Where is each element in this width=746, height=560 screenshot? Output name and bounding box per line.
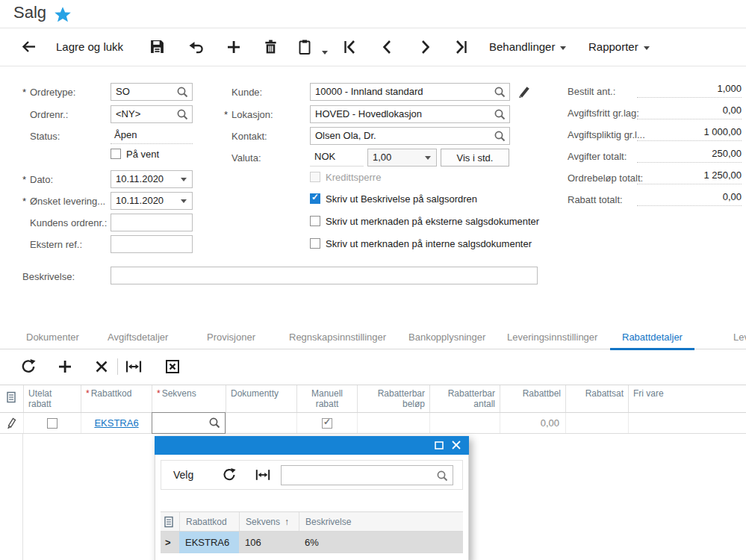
- search-icon[interactable]: [494, 86, 506, 99]
- rabattbelop-cell[interactable]: 0,00: [500, 413, 565, 433]
- chevron-down-icon[interactable]: [181, 178, 187, 181]
- paa-vent-checkbox[interactable]: På vent: [111, 149, 159, 162]
- popup-notes-column-icon[interactable]: [161, 512, 179, 531]
- ordretype-field[interactable]: SO: [111, 83, 193, 101]
- tab-provisjoner[interactable]: Provisjoner: [195, 327, 267, 349]
- tab-bankopplysninger[interactable]: Bankopplysninger: [397, 327, 497, 349]
- last-record-button[interactable]: [453, 39, 469, 55]
- rabattkod-link[interactable]: EKSTRA6: [94, 417, 138, 429]
- search-icon[interactable]: [176, 86, 189, 99]
- popup-col-beskrivelse[interactable]: Beskrivelse: [299, 512, 464, 531]
- search-icon[interactable]: [176, 108, 189, 121]
- tab-rabattdetaljer[interactable]: Rabattdetaljer: [610, 327, 694, 349]
- onsket-levering-field[interactable]: 10.11.2020: [111, 192, 193, 210]
- checkbox[interactable]: [310, 216, 320, 226]
- checkbox[interactable]: [322, 418, 332, 429]
- first-record-button[interactable]: [342, 39, 358, 55]
- col-rabattsats[interactable]: Rabattsat: [565, 385, 628, 412]
- col-rabatterbar-belop[interactable]: Rabatterbar beløp: [357, 385, 429, 412]
- sekvens-editor[interactable]: [152, 412, 226, 434]
- col-rabattkod[interactable]: Rabattkod: [81, 385, 152, 412]
- search-icon[interactable]: [494, 130, 506, 143]
- kundens-ordrenr-field[interactable]: [111, 214, 193, 231]
- utelat-rabatt-cell[interactable]: [23, 413, 81, 433]
- ordretype-label: Ordretype:: [30, 87, 75, 98]
- refresh-icon[interactable]: [20, 358, 37, 375]
- chevron-down-icon[interactable]: [425, 156, 431, 160]
- skriv-ut-interne-checkbox[interactable]: Skriv ut merknaden på interne salgsdokum…: [310, 238, 532, 252]
- grid-notes-column-icon[interactable]: [0, 385, 23, 412]
- checkbox[interactable]: [310, 193, 320, 204]
- col-sekvens[interactable]: Sekvens: [152, 385, 226, 412]
- tab-lev[interactable]: Lev: [721, 327, 746, 349]
- grid-row[interactable]: EKSTRA6 0,00: [0, 413, 746, 434]
- add-icon[interactable]: [226, 39, 242, 55]
- dokumenttype-cell[interactable]: [226, 413, 296, 433]
- search-icon[interactable]: [436, 470, 449, 482]
- chevron-down-icon[interactable]: [181, 199, 187, 203]
- fit-width-icon[interactable]: [255, 467, 271, 482]
- popup-beskrivelse-cell[interactable]: 6%: [299, 532, 464, 553]
- col-manuell-rabatt[interactable]: Manuell rabatt: [296, 385, 357, 412]
- skriv-ut-beskrivelse-checkbox[interactable]: Skriv ut Beskrivelse på salgsordren: [310, 193, 477, 207]
- delete-icon[interactable]: [263, 39, 279, 55]
- edit-pencil-icon[interactable]: [517, 84, 531, 98]
- popup-sekvens-cell[interactable]: 106: [239, 532, 299, 553]
- col-rabatterbar-antall[interactable]: Rabatterbar antall: [429, 385, 500, 412]
- col-fri-vare[interactable]: Fri vare: [628, 385, 746, 412]
- popup-search-input[interactable]: [281, 465, 453, 485]
- kontakt-field[interactable]: Olsen Ola, Dr.: [310, 127, 510, 145]
- skriv-ut-eksterne-checkbox[interactable]: Skriv ut merknaden på eksterne salgsdoku…: [310, 216, 539, 229]
- tab-avgiftsdetaljer[interactable]: Avgiftsdetaljer: [96, 327, 180, 349]
- kunde-field[interactable]: 10000 - Innland standard: [310, 83, 510, 101]
- rabatterbar-belop-cell[interactable]: [357, 413, 429, 433]
- clipboard-icon[interactable]: [297, 39, 314, 55]
- back-button[interactable]: [21, 39, 37, 55]
- undo-icon[interactable]: [188, 39, 205, 55]
- rabatterbar-antall-cell[interactable]: [429, 413, 500, 433]
- checkbox[interactable]: [47, 418, 57, 429]
- ekstern-ref-field[interactable]: [111, 235, 193, 253]
- vis-i-std-button[interactable]: Vis i std.: [441, 149, 509, 167]
- save-icon[interactable]: [149, 39, 166, 55]
- behandlinger-menu[interactable]: Behandlinger: [489, 40, 566, 53]
- search-icon[interactable]: [208, 417, 221, 429]
- popup-col-sekvens[interactable]: Sekvens↑: [239, 512, 299, 531]
- manuell-rabatt-cell[interactable]: [296, 413, 357, 433]
- clipboard-menu-caret[interactable]: [317, 46, 328, 59]
- add-row-icon[interactable]: [57, 358, 73, 375]
- export-excel-icon[interactable]: [164, 358, 181, 375]
- checkbox[interactable]: [111, 149, 121, 159]
- search-icon[interactable]: [494, 108, 506, 121]
- tab-leveringsinnstillinger[interactable]: Leveringsinnstillinger: [495, 327, 609, 349]
- maximize-icon[interactable]: [435, 441, 444, 449]
- tab-regnskapsinnstillinger[interactable]: Regnskapsinnstillinger: [277, 327, 398, 349]
- popup-grid-row[interactable]: > EKSTRA6 106 6%: [161, 532, 463, 553]
- previous-record-button[interactable]: [379, 39, 396, 55]
- rabattsats-cell[interactable]: [565, 413, 628, 433]
- lokasjon-field[interactable]: HOVED - Hovedlokasjon: [310, 105, 510, 123]
- popup-col-rabattkode[interactable]: Rabattkod: [179, 512, 239, 531]
- fri-vare-cell[interactable]: [628, 413, 746, 433]
- col-rabattbelop[interactable]: Rabattbel: [500, 385, 565, 412]
- tab-dokumenter[interactable]: Dokumenter: [14, 327, 91, 349]
- rabattkod-cell[interactable]: EKSTRA6: [81, 413, 152, 433]
- ordrenr-field[interactable]: <NY>: [111, 105, 193, 123]
- popup-rabattkode-cell[interactable]: EKSTRA6: [179, 532, 239, 553]
- rapporter-menu[interactable]: Rapporter: [588, 40, 650, 53]
- velg-button[interactable]: Velg: [173, 469, 193, 481]
- col-dokumenttype[interactable]: Dokumentty: [226, 385, 296, 412]
- checkbox[interactable]: [310, 238, 320, 249]
- close-icon[interactable]: [451, 440, 461, 450]
- valuta-rate-combo[interactable]: 1,00: [367, 149, 437, 167]
- save-and-close-button[interactable]: Lagre og lukk: [56, 40, 123, 53]
- popup-titlebar[interactable]: [155, 436, 469, 455]
- beskrivelse-field[interactable]: [111, 267, 538, 284]
- refresh-icon[interactable]: [222, 467, 237, 482]
- delete-row-icon[interactable]: [93, 358, 110, 375]
- fit-width-icon[interactable]: [125, 358, 141, 375]
- dato-field[interactable]: 10.11.2020: [111, 170, 193, 188]
- next-record-button[interactable]: [417, 39, 433, 55]
- col-utelat-rabatt[interactable]: Utelat rabatt: [23, 385, 81, 412]
- favorite-star-icon[interactable]: [54, 6, 72, 24]
